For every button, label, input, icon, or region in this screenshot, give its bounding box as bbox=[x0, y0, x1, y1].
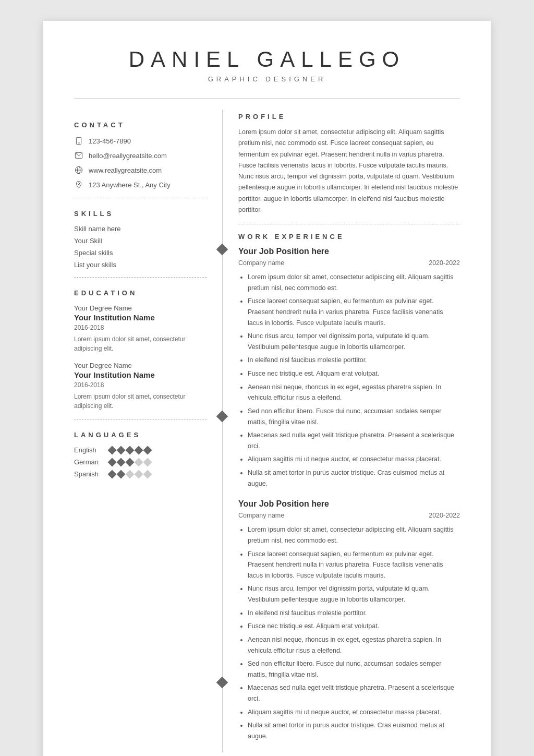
right-column: PROFILE Lorem ipsum dolor sit amet, cons… bbox=[223, 110, 460, 752]
work-experience-section-title: WORK EXPERIENCE bbox=[238, 233, 460, 241]
language-dot bbox=[126, 458, 135, 466]
skills-list: Skill name hereYour SkillSpecial skillsL… bbox=[74, 225, 207, 269]
job-bullets-list: Lorem ipsum dolor sit amet, consectetur … bbox=[238, 272, 460, 489]
resume-header: DANIEL GALLEGO GRAPHIC DESIGNER bbox=[74, 47, 460, 83]
job-bullet: Fusce laoreet consequat sapien, eu ferme… bbox=[248, 549, 460, 581]
email-value: hello@reallygreatsite.com bbox=[89, 152, 167, 160]
location-icon bbox=[74, 180, 83, 189]
language-dots bbox=[109, 447, 151, 453]
job-bullet: Aenean nisi neque, rhoncus in ex eget, e… bbox=[248, 634, 460, 656]
job-bullet: Maecenas sed nulla eget velit tristique … bbox=[248, 430, 460, 451]
language-dots bbox=[109, 459, 151, 465]
contact-website: www.reallygreatsite.com bbox=[74, 165, 207, 175]
job-bullet: Fusce nec tristique est. Aliquam erat vo… bbox=[248, 621, 460, 632]
language-dot bbox=[143, 458, 152, 466]
language-dot bbox=[126, 446, 135, 454]
job-entry: Your Job Position here Company name 2020… bbox=[238, 499, 460, 741]
job-bullet: Fusce nec tristique est. Aliquam erat vo… bbox=[248, 368, 460, 379]
resume-document: DANIEL GALLEGO GRAPHIC DESIGNER CONTACT … bbox=[43, 21, 491, 756]
job-bullets-list: Lorem ipsum dolor sit amet, consectetur … bbox=[238, 524, 460, 741]
language-dot bbox=[117, 446, 126, 454]
top-divider bbox=[74, 99, 460, 99]
languages-list: English German Spanish bbox=[74, 446, 207, 478]
education-section-title: EDUCATION bbox=[74, 289, 207, 297]
job-entry: Your Job Position here Company name 2020… bbox=[238, 247, 460, 489]
job-meta: Company name 2020-2022 bbox=[238, 259, 460, 267]
language-item: Spanish bbox=[74, 470, 207, 478]
language-name: Spanish bbox=[74, 470, 103, 478]
job-bullet: Nunc risus arcu, tempor vel dignissim po… bbox=[248, 331, 460, 352]
candidate-name: DANIEL GALLEGO bbox=[74, 47, 460, 72]
job-bullet: Nunc risus arcu, tempor vel dignissim po… bbox=[248, 583, 460, 605]
job-meta: Company name 2020-2022 bbox=[238, 512, 460, 519]
main-content: CONTACT 123-456-7890 hello@reallygreatsi… bbox=[74, 110, 460, 752]
job-bullet: Nulla sit amet tortor in purus auctor tr… bbox=[248, 720, 460, 741]
language-dot bbox=[135, 446, 143, 454]
company-name: Company name bbox=[238, 259, 284, 267]
skills-section-title: SKILLS bbox=[74, 210, 207, 218]
globe-icon bbox=[74, 165, 83, 175]
job-bullet: Aliquam sagittis mi ut neque auctor, et … bbox=[248, 707, 460, 718]
contact-phone: 123-456-7890 bbox=[74, 136, 207, 146]
language-name: English bbox=[74, 446, 103, 454]
svg-point-6 bbox=[78, 183, 79, 184]
jobs-list: Your Job Position here Company name 2020… bbox=[238, 247, 460, 742]
contact-divider bbox=[74, 198, 207, 198]
phone-value: 123-456-7890 bbox=[89, 137, 131, 145]
job-bullet: In eleifend nisl faucibus molestie portt… bbox=[248, 608, 460, 619]
skill-item: List your skills bbox=[74, 261, 207, 269]
job-bullet: Sed non efficitur libero. Fusce dui nunc… bbox=[248, 406, 460, 427]
website-value: www.reallygreatsite.com bbox=[89, 166, 162, 174]
edu-years: 2016-2018 bbox=[74, 324, 207, 331]
language-dot bbox=[117, 470, 126, 478]
job-years: 2020-2022 bbox=[429, 259, 460, 267]
language-dot bbox=[135, 458, 143, 466]
job-bullet: Maecenas sed nulla eget velit tristique … bbox=[248, 682, 460, 704]
job-bullet: Lorem ipsum dolor sit amet, consectetur … bbox=[248, 524, 460, 546]
language-dot bbox=[117, 458, 126, 466]
edu-description: Lorem ipsum dolor sit amet, consectetur … bbox=[74, 392, 207, 411]
language-dot bbox=[108, 458, 117, 466]
edu-degree: Your Degree Name bbox=[74, 304, 207, 312]
profile-section-title: PROFILE bbox=[238, 113, 460, 121]
job-bullet: In eleifend nisl faucibus molestie portt… bbox=[248, 355, 460, 366]
language-item: German bbox=[74, 458, 207, 466]
svg-rect-0 bbox=[76, 137, 81, 144]
language-dot bbox=[108, 446, 117, 454]
candidate-title: GRAPHIC DESIGNER bbox=[74, 75, 460, 83]
language-dots bbox=[109, 471, 151, 477]
edu-description: Lorem ipsum dolor sit amet, consectetur … bbox=[74, 334, 207, 353]
left-column: CONTACT 123-456-7890 hello@reallygreatsi… bbox=[74, 110, 223, 752]
job-bullet: Lorem ipsum dolor sit amet, consectetur … bbox=[248, 272, 460, 293]
contact-section-title: CONTACT bbox=[74, 121, 207, 129]
phone-icon bbox=[74, 136, 83, 146]
job-years: 2020-2022 bbox=[429, 512, 460, 519]
job-bullet: Fusce laoreet consequat sapien, eu ferme… bbox=[248, 296, 460, 328]
job-bullet: Aenean nisi neque, rhoncus in ex eget, e… bbox=[248, 382, 460, 403]
education-entry: Your Degree Name Your Institution Name 2… bbox=[74, 304, 207, 353]
profile-divider bbox=[238, 224, 460, 224]
profile-text: Lorem ipsum dolor sit amet, consectetur … bbox=[238, 127, 460, 215]
job-bullet: Sed non efficitur libero. Fusce dui nunc… bbox=[248, 658, 460, 680]
job-title: Your Job Position here bbox=[238, 499, 460, 509]
edu-degree: Your Degree Name bbox=[74, 362, 207, 369]
skills-divider bbox=[74, 277, 207, 278]
email-icon bbox=[74, 151, 83, 160]
language-name: German bbox=[74, 458, 103, 466]
contact-email: hello@reallygreatsite.com bbox=[74, 151, 207, 160]
language-item: English bbox=[74, 446, 207, 454]
skill-item: Your Skill bbox=[74, 237, 207, 245]
education-entry: Your Degree Name Your Institution Name 2… bbox=[74, 362, 207, 411]
language-dot bbox=[108, 470, 117, 478]
education-list: Your Degree Name Your Institution Name 2… bbox=[74, 304, 207, 411]
contact-address: 123 Anywhere St., Any City bbox=[74, 180, 207, 189]
skill-item: Special skills bbox=[74, 249, 207, 257]
edu-years: 2016-2018 bbox=[74, 381, 207, 389]
skill-item: Skill name here bbox=[74, 225, 207, 233]
edu-institution: Your Institution Name bbox=[74, 313, 207, 322]
language-dot bbox=[126, 470, 135, 478]
edu-institution: Your Institution Name bbox=[74, 370, 207, 379]
job-title: Your Job Position here bbox=[238, 247, 460, 256]
job-bullet: Aliquam sagittis mi ut neque auctor, et … bbox=[248, 454, 460, 465]
language-dot bbox=[143, 470, 152, 478]
